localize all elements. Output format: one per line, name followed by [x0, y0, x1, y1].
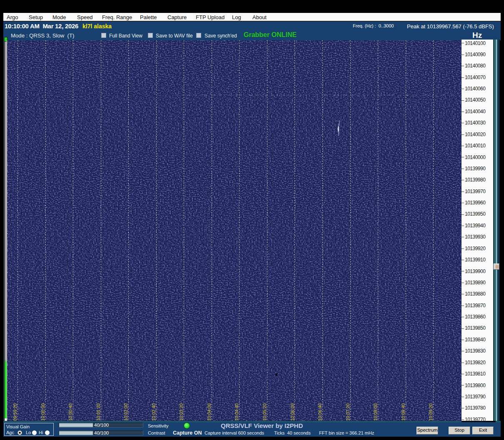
svg-text:10:04:40: 10:04:40: [234, 403, 239, 421]
svg-text:10:06:40: 10:06:40: [317, 403, 322, 421]
svg-text:10:07:20: 10:07:20: [345, 403, 350, 421]
svg-text:10:02:40: 10:02:40: [151, 403, 156, 421]
svg-text:10:00:40: 10:00:40: [68, 403, 73, 421]
svg-text:10:03:20: 10:03:20: [179, 403, 184, 421]
svg-text:10:04:00: 10:04:00: [207, 403, 212, 421]
svg-text:10:06:00: 10:06:00: [290, 403, 295, 421]
svg-text:10:00:00: 10:00:00: [40, 403, 45, 421]
svg-text:10:09:20: 10:09:20: [428, 403, 433, 421]
svg-text:10:08:40: 10:08:40: [401, 403, 406, 421]
svg-text:10:08:00: 10:08:00: [373, 403, 378, 421]
svg-text:10:01:20: 10:01:20: [96, 403, 101, 421]
svg-text:09:59:20: 09:59:20: [12, 403, 17, 421]
svg-text:10:05:20: 10:05:20: [262, 403, 267, 421]
svg-text:10:02:00: 10:02:00: [123, 403, 128, 421]
